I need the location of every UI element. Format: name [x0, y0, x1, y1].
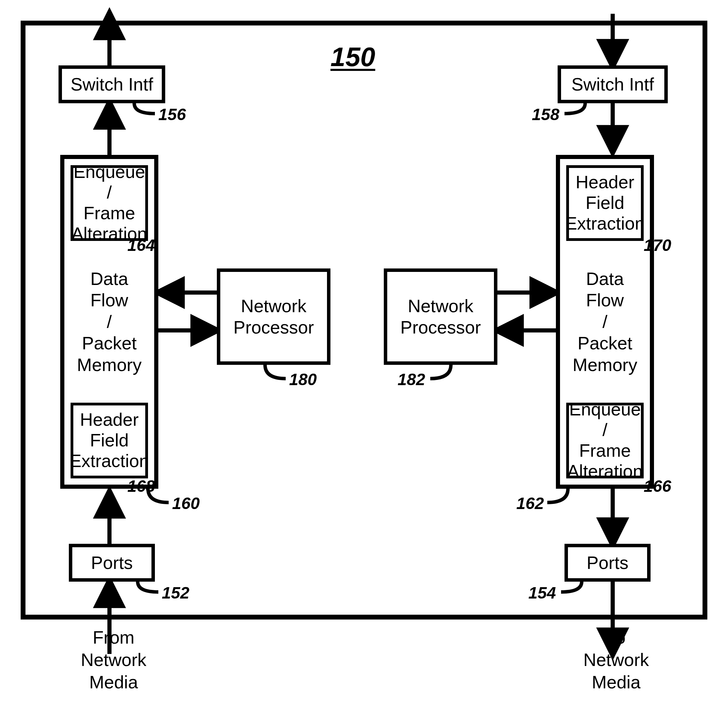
ports-right-label: Ports: [586, 552, 628, 573]
switch-intf-right: Switch Intf: [557, 66, 668, 103]
enqueue-frame-alteration-right: Enqueue /FrameAlteration: [566, 403, 644, 479]
to-network-media-label: ToNetworkMedia: [582, 626, 651, 693]
network-processor-right-label: NetworkProcessor: [400, 295, 481, 338]
ref-152: 152: [162, 584, 189, 602]
ports-left: Ports: [69, 544, 155, 582]
enqueue-frame-alteration-right-label: Enqueue /FrameAlteration: [567, 399, 643, 481]
from-network-media-label: FromNetworkMedia: [79, 626, 148, 693]
header-field-extraction-left-label: HeaderFieldExtraction: [70, 410, 149, 471]
ref-170: 170: [644, 236, 671, 255]
network-processor-left-label: NetworkProcessor: [233, 295, 314, 338]
network-processor-right: NetworkProcessor: [384, 268, 497, 365]
ref-164: 164: [127, 236, 155, 255]
dataflow-packetmemory-left-label: DataFlow/PacketMemory: [70, 241, 148, 403]
ref-180: 180: [289, 370, 317, 389]
ref-154: 154: [528, 584, 556, 602]
ref-166: 166: [644, 477, 671, 496]
diagram-canvas: 150 Switch Intf 156 Enqueue /FrameAltera…: [0, 0, 728, 709]
switch-intf-left-label: Switch Intf: [70, 74, 153, 95]
switch-intf-left: Switch Intf: [58, 66, 165, 103]
ref-160: 160: [172, 494, 200, 513]
header-field-extraction-right-label: HeaderFieldExtraction: [565, 172, 645, 234]
system-title-150: 150: [330, 41, 375, 73]
switch-intf-right-label: Switch Intf: [571, 74, 654, 95]
ports-left-label: Ports: [91, 552, 133, 573]
ref-158: 158: [532, 105, 559, 124]
ref-182: 182: [398, 370, 425, 389]
network-processor-left: NetworkProcessor: [217, 268, 330, 365]
ports-right: Ports: [565, 544, 651, 582]
ref-162: 162: [516, 494, 544, 513]
dataflow-packetmemory-right: HeaderFieldExtraction DataFlow/PacketMem…: [556, 155, 654, 489]
ref-156: 156: [158, 105, 186, 124]
enqueue-frame-alteration-left: Enqueue /FrameAlteration: [70, 165, 148, 241]
ref-168: 168: [127, 477, 155, 496]
dataflow-packetmemory-left: Enqueue /FrameAlteration DataFlow/Packet…: [60, 155, 158, 489]
dataflow-packetmemory-right-label: DataFlow/PacketMemory: [566, 241, 644, 403]
header-field-extraction-left: HeaderFieldExtraction: [70, 403, 148, 479]
enqueue-frame-alteration-left-label: Enqueue /FrameAlteration: [71, 162, 147, 244]
header-field-extraction-right: HeaderFieldExtraction: [566, 165, 644, 241]
